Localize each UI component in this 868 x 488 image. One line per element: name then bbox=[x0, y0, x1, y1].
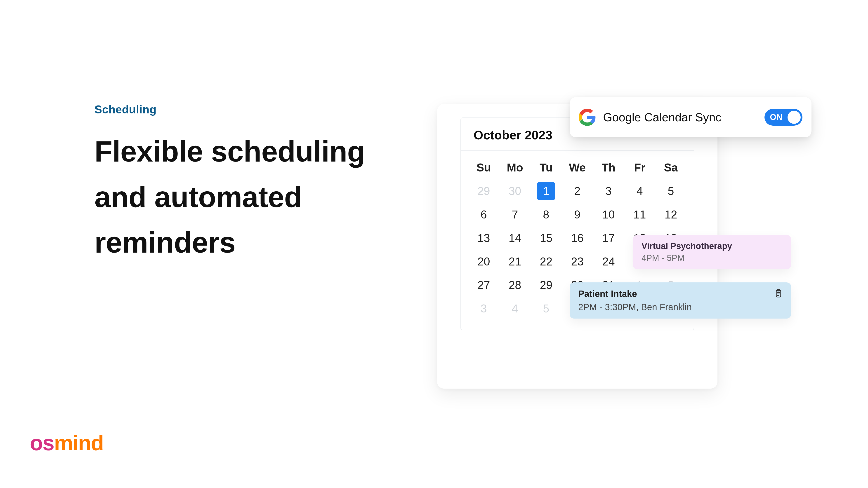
calendar-day-cell[interactable]: 8 bbox=[530, 203, 562, 226]
calendar-day-cell[interactable]: 3 bbox=[468, 297, 499, 320]
calendar-day-cell[interactable]: 20 bbox=[468, 250, 499, 273]
calendar-day-header: Sa bbox=[655, 156, 686, 180]
event-card-virtual-psychotherapy[interactable]: Virtual Psychotherapy 4PM - 5PM bbox=[633, 235, 791, 269]
clipboard-icon bbox=[774, 288, 783, 300]
calendar-day-cell[interactable]: 21 bbox=[499, 250, 530, 273]
calendar-day-header: Su bbox=[468, 156, 499, 180]
calendar-day-cell[interactable]: 17 bbox=[593, 226, 624, 250]
page-headline: Flexible scheduling and automated remind… bbox=[94, 129, 411, 265]
calendar-day-header: Mo bbox=[499, 156, 530, 180]
calendar-day-cell[interactable]: 30 bbox=[499, 180, 530, 203]
calendar-day-cell[interactable]: 6 bbox=[468, 203, 499, 226]
calendar-day-cell[interactable]: 11 bbox=[624, 203, 655, 226]
event-title: Virtual Psychotherapy bbox=[642, 241, 782, 251]
calendar-day-cell[interactable]: 7 bbox=[499, 203, 530, 226]
logo-part-mind: mind bbox=[54, 431, 103, 455]
calendar-day-cell[interactable]: 4 bbox=[499, 297, 530, 320]
calendar-day-cell[interactable]: 1 bbox=[537, 182, 555, 200]
calendar-day-cell[interactable]: 24 bbox=[593, 250, 624, 273]
calendar-day-cell[interactable]: 14 bbox=[499, 226, 530, 250]
calendar-day-cell[interactable]: 5 bbox=[655, 180, 686, 203]
google-icon bbox=[579, 109, 596, 126]
calendar-day-cell[interactable]: 29 bbox=[468, 180, 499, 203]
calendar-day-cell[interactable]: 28 bbox=[499, 273, 530, 297]
logo-part-os: os bbox=[30, 431, 54, 455]
calendar-day-cell[interactable]: 4 bbox=[624, 180, 655, 203]
calendar-day-cell[interactable]: 3 bbox=[593, 180, 624, 203]
calendar-day-cell[interactable]: 10 bbox=[593, 203, 624, 226]
event-card-patient-intake[interactable]: Patient Intake 2PM - 3:30PM, Ben Frankli… bbox=[569, 283, 791, 319]
google-sync-toggle[interactable]: ON bbox=[765, 109, 802, 126]
calendar-day-cell[interactable]: 9 bbox=[562, 203, 593, 226]
calendar-day-cell[interactable]: 15 bbox=[530, 226, 562, 250]
calendar-day-cell[interactable]: 12 bbox=[655, 203, 686, 226]
toggle-state-text: ON bbox=[770, 112, 782, 122]
event-title: Patient Intake bbox=[578, 289, 782, 299]
calendar-day-header: We bbox=[562, 156, 593, 180]
google-sync-card: Google Calendar Sync ON bbox=[569, 97, 811, 137]
calendar-day-cell[interactable]: 23 bbox=[562, 250, 593, 273]
toggle-knob bbox=[787, 111, 801, 124]
event-time: 2PM - 3:30PM, Ben Franklin bbox=[578, 302, 782, 312]
calendar-day-cell[interactable]: 27 bbox=[468, 273, 499, 297]
calendar-day-cell[interactable]: 29 bbox=[530, 273, 562, 297]
brand-logo: osmind bbox=[30, 431, 103, 455]
calendar-day-cell[interactable]: 2 bbox=[562, 180, 593, 203]
calendar-day-header: Tu bbox=[530, 156, 562, 180]
calendar-day-header: Th bbox=[593, 156, 624, 180]
calendar-day-cell[interactable]: 13 bbox=[468, 226, 499, 250]
calendar-day-cell[interactable]: 22 bbox=[530, 250, 562, 273]
calendar-day-header: Fr bbox=[624, 156, 655, 180]
event-time: 4PM - 5PM bbox=[642, 253, 782, 263]
section-eyebrow: Scheduling bbox=[94, 103, 156, 116]
google-sync-label: Google Calendar Sync bbox=[603, 110, 757, 124]
calendar-day-cell[interactable]: 16 bbox=[562, 226, 593, 250]
calendar-day-cell[interactable]: 5 bbox=[530, 297, 562, 320]
